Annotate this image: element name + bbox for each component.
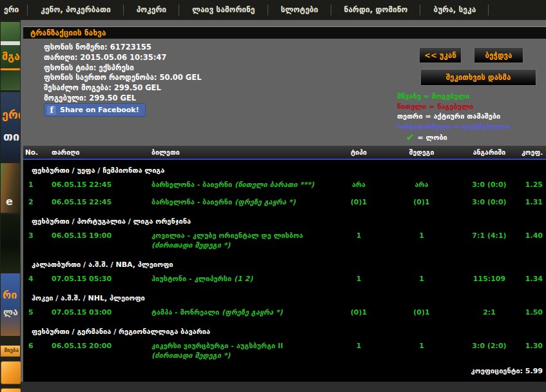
match-name: ბარსელონა - ბაიერნი: [151, 198, 232, 206]
bet-coefficient: 1.31: [522, 197, 546, 207]
bet-score: 115:109: [457, 274, 522, 284]
header-date: თარიღი: [48, 148, 144, 156]
bet-ticket: ბარსელონა - ბაიერნი (ფრეზე გაყრა *): [144, 197, 331, 207]
group-rows: 5 07.05.15 03:00 ტამპა - მონრეალი (ფრეზე…: [23, 304, 546, 321]
bet-type: (0)1: [331, 197, 386, 207]
page: ერი კენო, პოკერბათი პოკერი ლაივ სამორინე…: [0, 0, 546, 392]
bet-result: (0)1: [386, 308, 457, 317]
bottom-strip: [21, 382, 546, 392]
bet-market: (1 2): [234, 275, 253, 283]
info-line: ფსონის ნომერი: 61723155: [44, 43, 201, 53]
match-name: ჰიუსტონი - კლიპერსი: [151, 275, 231, 283]
side-banner[interactable]: [1, 361, 21, 384]
group-rows: 6 06.05.15 20:00 კიკერსი ვიურცბურგი - აუ…: [23, 337, 546, 364]
legend-line: მწვანე = მოგებული: [397, 92, 510, 102]
print-button[interactable]: ბეჭდვა: [474, 47, 523, 63]
side-banner[interactable]: [1, 215, 20, 271]
category-header: ფეხბურთი / პორტუგალია / ლიგა ორენჯინა: [23, 211, 546, 227]
legend: მწვანე = მოგებული წითელი = წაგებული თეთრ…: [397, 92, 510, 142]
match-name: ბარსელონა - ბაიერნი: [151, 181, 232, 189]
bet-info-block: ფსონის ნომერი: 61723155 თარიღი: 2015.05.…: [44, 43, 201, 104]
category-header: ფეხბურთი / უეფა / ჩემპიონთა ლიგა: [23, 160, 546, 176]
match-name: ტამპა - მონრეალი: [151, 308, 219, 317]
table-group: კალათბურთი / ა.შ.შ. / NBA, პლეიოფი 4 07.…: [23, 254, 546, 288]
category-header: ფეხბურთი / გერმანია / რეგიონალლიგა ბავარ…: [23, 321, 546, 337]
bet-date: 06.05.15 19:00: [48, 231, 144, 240]
category-header: კალათბურთი / ა.შ.შ. / NBA, პლეიოფი: [23, 254, 546, 270]
nav-item[interactable]: ლაივ სამორინე: [179, 0, 268, 20]
header-coef: კოეფ.: [522, 148, 546, 156]
bet-row: 4 07.05.15 05:30 ჰიუსტონი - კლიპერსი (1 …: [23, 270, 546, 288]
bet-type: 1: [331, 274, 386, 284]
table-group: ფეხბურთი / უეფა / ჩემპიონთა ლიგა 1 06.05…: [23, 160, 546, 211]
bet-coefficient: 1.34: [522, 274, 546, 284]
match-name: კოვილია - კლუბე ორიენტალ დე ლისბოა: [151, 231, 303, 240]
bet-score: 7:1 (4:1): [457, 231, 522, 240]
nav-item[interactable]: სლოტები: [268, 0, 331, 20]
bet-result: 1: [386, 231, 457, 240]
info-value: 2015.05.06 10:35:47: [80, 53, 166, 62]
side-banner[interactable]: ერი თი: [1, 92, 20, 161]
legend-line: წითელი = წაგებული: [397, 102, 510, 112]
bets-table: No. თარიღი ბილეთი ტიპი შედეგი ანგარიში კ…: [23, 146, 546, 382]
info-line: ფსონის ტიპი: ექსპრესი: [44, 63, 201, 74]
bet-row: 6 06.05.15 20:00 კიკერსი ვიურცბურგი - აუ…: [23, 337, 546, 364]
info-label: მოგებული:: [44, 93, 86, 103]
legend-lines: მწვანე = მოგებული წითელი = წაგებული თეთრ…: [397, 92, 510, 132]
info-line: შესაძლო მოგება: 299.50 GEL: [44, 83, 201, 93]
table-header-row: No. თარიღი ბილეთი ტიპი შედეგი ანგარიში კ…: [23, 146, 546, 160]
match-name: კიკერსი ვიურცბურგი - აუგსბურგი II: [151, 342, 283, 350]
bet-market: (ძირითადი შედეგი *): [151, 351, 230, 360]
banner-text-fragment-2: ლა: [3, 307, 18, 317]
bet-coefficient: 1.40: [522, 231, 546, 240]
back-button[interactable]: << უკან: [419, 47, 462, 63]
nav-item[interactable]: კენო, პოკერბათი: [28, 0, 123, 20]
info-label: ფსონის ტიპი:: [44, 63, 96, 72]
side-banner[interactable]: რი ლა: [1, 273, 20, 336]
bet-number: 4: [23, 274, 48, 284]
bet-number: 2: [23, 197, 48, 207]
bet-number: 1: [23, 180, 48, 190]
bet-date: 06.05.15 20:00: [48, 341, 144, 351]
table-body: ფეხბურთი / უეფა / ჩემპიონთა ლიგა 1 06.05…: [23, 160, 546, 364]
facebook-share-button[interactable]: f Share on Facebook!: [44, 103, 146, 117]
info-value: 61723155: [110, 43, 151, 52]
bet-market: (წითელი ბარათი ***): [235, 181, 314, 189]
banner-text-fragment: ერი: [2, 108, 20, 121]
info-value: 299.50 GEL: [114, 83, 161, 92]
bet-score: 3:0 (0:0): [457, 197, 522, 207]
bet-result: არა: [386, 180, 457, 190]
info-value: 50.00 GEL: [159, 73, 201, 82]
side-banner[interactable]: მგა: [1, 22, 20, 90]
bet-type: (0)1: [331, 308, 386, 317]
group-rows: 3 06.05.15 19:00 კოვილია - კლუბე ორიენტა…: [23, 227, 546, 254]
legend-line: თეთრი = აქტიური თამაშები: [397, 112, 510, 122]
bet-market: (ფრეზე გაყრა *): [235, 198, 295, 206]
nav-item[interactable]: ერი: [0, 0, 28, 20]
side-banner[interactable]: e: [1, 163, 20, 213]
bet-row: 5 07.05.15 03:00 ტამპა - მონრეალი (ფრეზე…: [23, 304, 546, 321]
banner-text-fragment: რი: [3, 289, 17, 301]
banner-text-fragment: მიება: [5, 348, 19, 353]
nav-item[interactable]: პოკერი: [124, 0, 179, 20]
facebook-icon: f: [47, 106, 56, 115]
bet-result: 1: [386, 341, 457, 351]
info-line: მოგებული: 299.50 GEL: [44, 93, 201, 104]
table-group: ჰოკეი / ა.შ.შ. / NHL, პლეიოფი 5 07.05.15…: [23, 288, 546, 321]
bet-ticket: ჰიუსტონი - კლიპერსი (1 2): [144, 274, 331, 284]
side-banner[interactable]: [1, 388, 21, 392]
info-value: 299.50 GEL: [89, 93, 136, 103]
nav-item[interactable]: ბურა, სეკა: [420, 0, 489, 20]
banner-text-fragment-2: თი: [3, 130, 19, 143]
side-banner[interactable]: მიება: [1, 346, 20, 357]
ask-question-button[interactable]: შეკითხვის დასმა: [420, 69, 536, 86]
bet-date: 06.05.15 22:45: [48, 197, 144, 207]
bet-row: 3 06.05.15 19:00 კოვილია - კლუბე ორიენტა…: [23, 227, 546, 254]
bet-market: (ფრეზე გაყრა *): [222, 308, 282, 317]
bet-row: 1 06.05.15 22:45 ბარსელონა - ბაიერნი (წი…: [23, 176, 546, 193]
bet-date: 07.05.15 05:30: [48, 274, 144, 284]
nav-item[interactable]: ნარდი, დომინო: [331, 0, 421, 20]
bet-ticket: ტამპა - მონრეალი (ფრეზე გაყრა *): [144, 308, 331, 317]
table-group: ფეხბურთი / პორტუგალია / ლიგა ორენჯინა 3 …: [23, 211, 546, 254]
bet-number: 6: [23, 341, 48, 351]
